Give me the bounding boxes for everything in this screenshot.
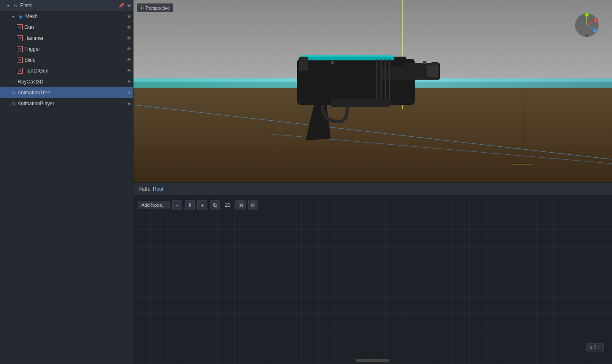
snap-button[interactable]: ⧉ (210, 200, 220, 210)
animation-graph[interactable]: Add Node... − ℹ + ⧉ 20 ⊞ ⊟ Animation (133, 196, 612, 364)
slide-icon: N (17, 57, 23, 63)
svg-text:Z: Z (594, 29, 596, 32)
tree-item-gun[interactable]: N Gun 👁 (0, 22, 133, 33)
zoom-out-button[interactable]: − (172, 200, 182, 210)
main-panel: Y X Z ⠿ Perspective Path: Root (133, 0, 612, 364)
eye-icon-animtree[interactable]: 👁 (127, 90, 131, 95)
tree-item-mesh[interactable]: ▾ ◉ Mesh 👁 (0, 11, 133, 22)
svg-text:X: X (595, 19, 596, 22)
graph-toolbar: Add Node... − ℹ + ⧉ 20 ⊞ ⊟ (138, 200, 258, 210)
eye-icon-raycast[interactable]: 👁 (127, 79, 131, 84)
corner-label: ≥ 7 ↑ (590, 345, 600, 350)
animplayer-label: AnimationPlayer (18, 101, 54, 107)
tree-item-animtree[interactable]: ⬡ AnimationTree 👁 (0, 87, 133, 98)
graph-grid-bg (133, 196, 612, 364)
tree-item-partofgun[interactable]: N PartOfGun 👁 (0, 65, 133, 76)
tree-item-pistol[interactable]: ▾ ⊙ Pistol 📌 👁 (0, 0, 133, 11)
collapse-mesh-icon: ▾ (10, 13, 16, 19)
trigger-label: Trigger (24, 46, 40, 52)
tree-item-slide[interactable]: N Slide 👁 (0, 55, 133, 65)
mesh-label: Mesh (25, 13, 37, 19)
eye-icon-partofgun[interactable]: 👁 (127, 68, 131, 73)
animplayer-icon: ⬡ (10, 101, 16, 107)
pistol-label: Pistol (20, 3, 32, 8)
trigger-icon: N (17, 46, 23, 52)
corner-widget: ≥ 7 ↑ (586, 343, 604, 351)
partofgun-label: PartOfGun (24, 68, 48, 74)
svg-point-26 (585, 34, 588, 37)
gun-model-svg (264, 25, 465, 164)
axis-gizmo: Y X Z (574, 13, 599, 38)
eye-icon-pistol[interactable]: 👁 (127, 3, 131, 8)
svg-rect-5 (301, 55, 394, 60)
gun-label: Gun (24, 24, 34, 30)
grid-button[interactable]: ⊟ (248, 200, 258, 210)
layout-button[interactable]: ⊞ (235, 200, 246, 210)
animtree-icon: ⬡ (10, 90, 16, 96)
pistol-icon: ⊙ (13, 3, 18, 8)
eye-icon-animplayer[interactable]: 👁 (127, 101, 131, 106)
scene-tree-panel: ▾ ⊙ Pistol 📌 👁 ▾ ◉ Mesh 👁 N Gun 👁 N Hamm… (0, 0, 133, 364)
perspective-label: Perspective (146, 5, 170, 10)
svg-rect-6 (299, 57, 308, 71)
perspective-button[interactable]: ⠿ Perspective (137, 3, 173, 12)
viewport-canvas: Y X Z (133, 0, 612, 182)
yellow-h-line (511, 164, 532, 164)
slide-label: Slide (24, 57, 36, 63)
zoom-in-button[interactable]: + (197, 200, 207, 210)
animtree-label: AnimationTree (18, 90, 50, 96)
svg-rect-13 (423, 61, 426, 64)
h-scrollbar[interactable] (356, 359, 390, 362)
eye-icon-mesh[interactable]: 👁 (127, 14, 131, 19)
pin-icon[interactable]: 📌 (118, 3, 124, 8)
collapse-icon: ▾ (5, 3, 11, 8)
viewport-toolbar: ⠿ Perspective (137, 3, 173, 12)
tree-item-raycast3d[interactable]: ↓ RayCast3D 👁 (0, 76, 133, 87)
zoom-value: 20 (222, 202, 233, 208)
path-value[interactable]: Root (153, 186, 163, 192)
hammer-icon: N (17, 35, 23, 41)
info-button[interactable]: ℹ (185, 200, 195, 210)
eye-icon-hammer[interactable]: 👁 (127, 36, 131, 41)
raycast-icon: ↓ (10, 79, 16, 85)
mesh-icon: ◉ (18, 13, 24, 19)
eye-icon-slide[interactable]: 👁 (127, 57, 131, 62)
red-axis-line (524, 73, 524, 155)
tree-item-animplayer[interactable]: ⬡ AnimationPlayer 👁 (0, 98, 133, 109)
tree-item-trigger[interactable]: N Trigger 👁 (0, 44, 133, 55)
tree-item-hammer[interactable]: N Hammer 👁 (0, 33, 133, 44)
hamburger-icon: ⠿ (141, 5, 144, 10)
svg-rect-14 (331, 61, 334, 64)
raycast3d-label: RayCast3D (18, 79, 43, 85)
eye-icon-gun[interactable]: 👁 (127, 25, 131, 30)
eye-icon-trigger[interactable]: 👁 (127, 47, 131, 52)
svg-rect-12 (432, 62, 438, 65)
path-label: Path: (139, 186, 150, 192)
svg-rect-15 (331, 99, 390, 107)
add-node-button[interactable]: Add Node... (138, 201, 170, 209)
svg-rect-11 (427, 65, 438, 77)
gun-icon: N (17, 24, 23, 30)
svg-text:Y: Y (586, 14, 587, 16)
hammer-label: Hammer (24, 35, 44, 41)
path-bar: Path: Root (133, 182, 612, 196)
viewport-3d[interactable]: Y X Z ⠿ Perspective (133, 0, 612, 182)
partofgun-icon: N (17, 68, 23, 74)
